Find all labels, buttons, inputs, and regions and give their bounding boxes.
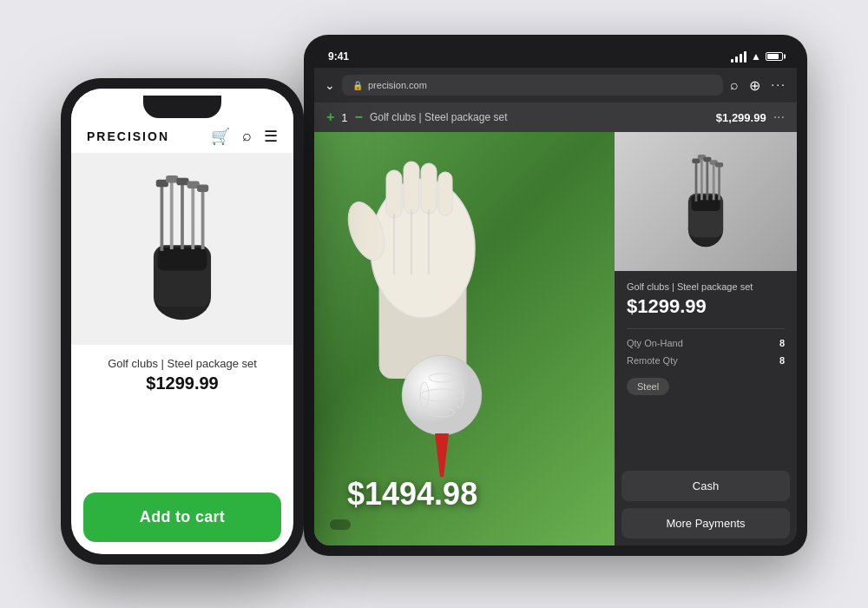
qty-controls: + 1 −	[326, 109, 363, 125]
phone-logo: PRECISION	[87, 129, 169, 143]
tablet-main-content: $1494.98	[314, 132, 797, 545]
tablet-device: 9:41 ▲ ⌄ 🔒	[304, 35, 807, 556]
qty-minus-button[interactable]: −	[355, 109, 363, 125]
phone-product-area: Golf clubs | Steel package set $1299.99	[71, 154, 293, 486]
svg-rect-42	[197, 184, 208, 192]
svg-point-10	[402, 355, 482, 435]
qty-onhand-label: Qty On-Hand	[627, 338, 683, 348]
golf-clubs-panel-image	[671, 154, 740, 249]
add-to-cart-button[interactable]: Add to cart	[83, 492, 281, 542]
battery-icon	[766, 52, 783, 61]
remote-qty-value: 8	[779, 355, 785, 366]
search-icon[interactable]: ⌕	[242, 127, 252, 146]
cash-button[interactable]: Cash	[621, 471, 790, 501]
phone-product-info: Golf clubs | Steel package set $1299.99	[71, 345, 293, 406]
panel-product-name: Golf clubs | Steel package set	[627, 281, 785, 292]
add-tab-icon[interactable]: ⊕	[749, 77, 760, 94]
tablet-right-panel: Golf clubs | Steel package set $1299.99 …	[615, 132, 797, 545]
golf-hero-background: $1494.98	[314, 132, 615, 545]
browser-actions: ⌕ ⊕ ···	[730, 77, 786, 94]
svg-rect-32	[158, 248, 207, 270]
phone-device: PRECISION 🛒 ⌕ ☰	[61, 78, 304, 565]
svg-rect-6	[438, 172, 452, 215]
panel-divider	[627, 328, 785, 329]
panel-remote-qty-row: Remote Qty 8	[627, 355, 785, 366]
phone-product-price: $1299.99	[87, 373, 278, 393]
phone-notch-bar	[71, 89, 293, 122]
remote-qty-label: Remote Qty	[627, 355, 678, 366]
url-bar[interactable]: 🔒 precision.com	[342, 75, 723, 96]
tablet-hero: $1494.98	[314, 132, 615, 545]
tablet-status-icons: ▲	[731, 50, 783, 63]
svg-rect-5	[421, 163, 437, 214]
menu-icon[interactable]: ☰	[264, 127, 278, 146]
tablet-browser-bar: ⌄ 🔒 precision.com ⌕ ⊕ ···	[314, 68, 797, 102]
qty-value: 1	[341, 111, 347, 124]
phone-product-image-bg	[71, 154, 293, 345]
phone-notch	[143, 96, 221, 118]
search-icon[interactable]: ⌕	[730, 77, 739, 94]
golf-ball	[398, 352, 485, 442]
golf-clubs-phone-image	[126, 175, 239, 323]
tablet-status-bar: 9:41 ▲	[314, 45, 797, 68]
more-payments-button[interactable]: More Payments	[621, 508, 790, 539]
scene: 9:41 ▲ ⌄ 🔒	[43, 35, 825, 573]
panel-price: $1299.99	[627, 295, 785, 318]
golf-glove-hand	[345, 153, 501, 379]
svg-rect-4	[404, 162, 419, 214]
svg-rect-3	[386, 170, 402, 218]
svg-rect-40	[176, 178, 188, 186]
svg-rect-39	[166, 175, 178, 183]
panel-info: Golf clubs | Steel package set $1299.99 …	[615, 271, 797, 464]
qty-plus-button[interactable]: +	[326, 109, 334, 125]
signal-icon	[731, 51, 746, 63]
wifi-icon: ▲	[751, 50, 761, 63]
svg-rect-29	[715, 162, 723, 168]
phone-nav-icons: 🛒 ⌕ ☰	[211, 127, 278, 146]
back-chevron-icon[interactable]: ⌄	[325, 78, 335, 92]
cart-icon[interactable]: 🛒	[211, 127, 230, 146]
phone-nav: PRECISION 🛒 ⌕ ☰	[71, 122, 293, 154]
panel-qty-onhand-row: Qty On-Hand 8	[627, 338, 785, 348]
tablet-cart-bar: + 1 − Golf clubs | Steel package set $1,…	[314, 102, 797, 132]
svg-marker-16	[435, 433, 449, 477]
material-badge[interactable]: Steel	[627, 378, 669, 395]
qty-onhand-value: 8	[779, 338, 785, 348]
hero-price-overlay: $1494.98	[330, 519, 351, 530]
cart-bar-price: $1,299.99	[716, 111, 766, 124]
tablet-time: 9:41	[328, 50, 349, 63]
hero-price: $1494.98	[347, 476, 477, 512]
more-icon[interactable]: ···	[771, 77, 786, 94]
phone-product-name: Golf clubs | Steel package set	[87, 357, 278, 370]
panel-payment-buttons: Cash More Payments	[615, 464, 797, 545]
cart-bar-more-icon[interactable]: ···	[773, 109, 785, 125]
cart-bar-title: Golf clubs | Steel package set	[370, 111, 709, 123]
panel-product-image	[615, 132, 797, 271]
